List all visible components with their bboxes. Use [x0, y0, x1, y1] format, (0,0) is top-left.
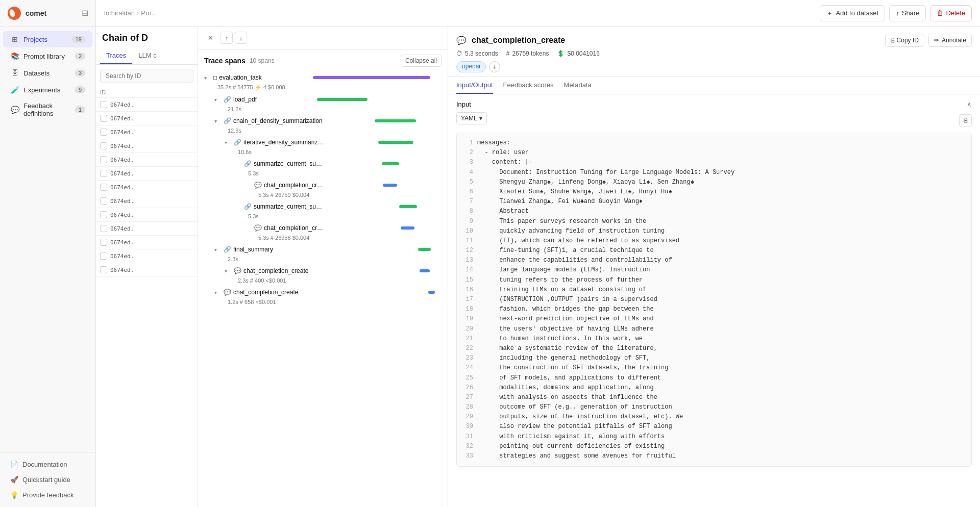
- row-id: 0674ed.: [110, 198, 134, 205]
- expand-icon[interactable]: ▾: [214, 118, 222, 124]
- add-tag-button[interactable]: +: [489, 61, 500, 72]
- trace-span-meta: 5.3s # 26759 $0.004: [198, 192, 448, 200]
- cost-icon: 💲: [557, 50, 565, 57]
- line-number: 12: [463, 246, 473, 256]
- expand-icon[interactable]: ▾: [214, 290, 222, 295]
- row-checkbox[interactable]: [100, 239, 107, 246]
- line-content: content: |-: [477, 158, 532, 167]
- yaml-selector[interactable]: YAML ▾: [456, 112, 487, 124]
- code-line: 28 outcome of SFT (e.g., generation of i…: [463, 402, 965, 412]
- table-row[interactable]: 0674ed.: [96, 222, 198, 236]
- row-checkbox[interactable]: [100, 129, 107, 136]
- arrow-up-button[interactable]: ↑: [220, 32, 233, 44]
- line-number: 7: [463, 197, 473, 207]
- expand-icon[interactable]: ▾: [214, 97, 222, 103]
- table-row[interactable]: 0674ed.: [96, 181, 198, 194]
- detail-content: Input ∧ YAML ▾ ⎘ 1 messages: 2 - role: u…: [448, 94, 980, 507]
- expand-icon[interactable]: ▾: [214, 247, 222, 252]
- trace-span-item[interactable]: ▾ 💬 chat_completion_create 2.3s # 400 <$…: [198, 264, 448, 286]
- trace-span-item[interactable]: 💬 chat_completion_create 5.3s # 26958 $0…: [198, 221, 448, 243]
- add-to-dataset-label: Add to dataset: [836, 9, 878, 17]
- table-row[interactable]: 0674ed.: [96, 125, 198, 139]
- table-row[interactable]: 0674ed.: [96, 263, 198, 277]
- trace-bar-area: [317, 94, 444, 105]
- tab-feedback-scores[interactable]: Feedback scores: [503, 77, 554, 94]
- trace-span-item[interactable]: ▾ □ evaluation_task 35.2s # 54775 ⚡ 4 $0…: [198, 71, 448, 93]
- table-row[interactable]: 0674ed.: [96, 112, 198, 125]
- sidebar-item-datasets[interactable]: 🗄 Datasets 3: [3, 65, 92, 81]
- row-checkbox[interactable]: [100, 252, 107, 260]
- delete-button[interactable]: 🗑 Delete: [930, 5, 972, 21]
- table-row[interactable]: 0674ed.: [96, 98, 198, 112]
- line-number: 5: [463, 178, 473, 187]
- row-checkbox[interactable]: [100, 197, 107, 205]
- code-line: 8 Abstract: [463, 207, 965, 216]
- row-checkbox[interactable]: [100, 211, 107, 218]
- trace-span-item[interactable]: ▾ 🔗 iterative_density_summarization 10.6…: [198, 136, 448, 157]
- documentation-link[interactable]: 📄 Documentation: [3, 457, 92, 472]
- code-block: 1 messages: 2 - role: user 3 content: |-…: [456, 133, 972, 467]
- line-content: of SFT models, and applications to diffe…: [477, 373, 661, 383]
- detail-title: chat_completion_create: [472, 36, 565, 45]
- tab-llm[interactable]: LLM c: [132, 47, 162, 64]
- trace-span-item[interactable]: 🔗 summarize_current_summary 5.3s: [198, 200, 448, 221]
- expand-icon[interactable]: ▾: [225, 140, 232, 145]
- trace-span-item[interactable]: ▾ 🔗 final_summary 2.3s: [198, 243, 448, 264]
- table-row[interactable]: 0674ed.: [96, 167, 198, 181]
- table-row[interactable]: 0674ed.: [96, 236, 198, 249]
- annotate-button[interactable]: ✏ Annotate: [928, 34, 972, 47]
- trace-span-item[interactable]: ▾ 💬 chat_completion_create 1.2s # 658 <$…: [198, 286, 448, 307]
- row-checkbox[interactable]: [100, 115, 107, 122]
- copy-id-button[interactable]: ⎘ Copy ID: [885, 34, 924, 47]
- add-to-dataset-button[interactable]: ＋ Add to dataset: [820, 5, 885, 21]
- row-checkbox[interactable]: [100, 142, 107, 149]
- sidebar-item-feedback-definitions[interactable]: 💬 Feedback definitions 1: [3, 98, 92, 121]
- trace-span-item[interactable]: 🔗 summarize_current_summary 5.3s: [198, 157, 448, 179]
- line-content: with analysis on aspects that influence …: [477, 393, 657, 402]
- code-line: 33 strategies and suggest some avenues f…: [463, 451, 965, 461]
- quickstart-link[interactable]: 🚀 Quickstart guide: [3, 472, 92, 487]
- row-checkbox[interactable]: [100, 101, 107, 108]
- close-button[interactable]: ✕: [204, 32, 216, 44]
- provide-feedback-link[interactable]: 💡 Provide feedback: [3, 488, 92, 502]
- tab-input-output[interactable]: Input/Output: [456, 77, 493, 94]
- sidebar-collapse-button[interactable]: ⊟: [82, 8, 88, 18]
- trace-bar-area: [327, 137, 444, 147]
- topbar-actions: ＋ Add to dataset ↑ Share 🗑 Delete: [820, 5, 972, 21]
- arrow-down-button[interactable]: ↓: [235, 32, 247, 44]
- share-button[interactable]: ↑ Share: [889, 5, 926, 21]
- prompt-library-icon: 📚: [10, 52, 19, 61]
- table-row[interactable]: 0674ed.: [96, 249, 198, 263]
- collapse-all-button[interactable]: Collapse all: [401, 55, 442, 67]
- copy-code-button[interactable]: ⎘: [959, 114, 972, 126]
- row-checkbox[interactable]: [100, 266, 107, 273]
- line-content: Abstract: [477, 207, 529, 216]
- search-input[interactable]: [100, 69, 193, 83]
- table-row[interactable]: 0674ed.: [96, 139, 198, 153]
- expand-icon[interactable]: ▾: [204, 75, 211, 81]
- trace-bar-area: [317, 244, 444, 255]
- sidebar-item-projects[interactable]: ⊞ Projects 19: [3, 31, 92, 47]
- table-row[interactable]: 0674ed.: [96, 208, 198, 222]
- table-row[interactable]: 0674ed.: [96, 194, 198, 208]
- expand-icon[interactable]: ▾: [225, 268, 232, 274]
- sidebar-item-prompt-library[interactable]: 📚 Prompt library 2: [3, 48, 92, 64]
- trace-bar: [420, 269, 430, 272]
- code-line: 11 (IT), which can also be referred to a…: [463, 236, 965, 246]
- trace-span-item[interactable]: ▾ 🔗 load_pdf 21.2s: [198, 93, 448, 114]
- row-checkbox[interactable]: [100, 184, 107, 191]
- tab-traces[interactable]: Traces: [100, 47, 132, 64]
- trace-span-icon: 🔗: [244, 160, 252, 167]
- trace-span-item[interactable]: 💬 chat_completion_create 5.3s # 26759 $0…: [198, 179, 448, 200]
- sidebar-item-experiments[interactable]: 🧪 Experiments 9: [3, 82, 92, 98]
- line-number: 1: [463, 138, 473, 148]
- tab-metadata[interactable]: Metadata: [564, 77, 592, 94]
- row-checkbox[interactable]: [100, 170, 107, 177]
- table-row[interactable]: 0674ed.: [96, 153, 198, 167]
- code-line: 6 Xiaofei Sun♠, Shuhe Wang♠, Jiwei Li♠, …: [463, 187, 965, 197]
- trace-span-item[interactable]: ▾ 🔗 chain_of_density_summarization 12.9s: [198, 114, 448, 136]
- line-number: 14: [463, 265, 473, 275]
- input-collapse-button[interactable]: ∧: [967, 100, 972, 108]
- row-checkbox[interactable]: [100, 225, 107, 232]
- row-checkbox[interactable]: [100, 156, 107, 163]
